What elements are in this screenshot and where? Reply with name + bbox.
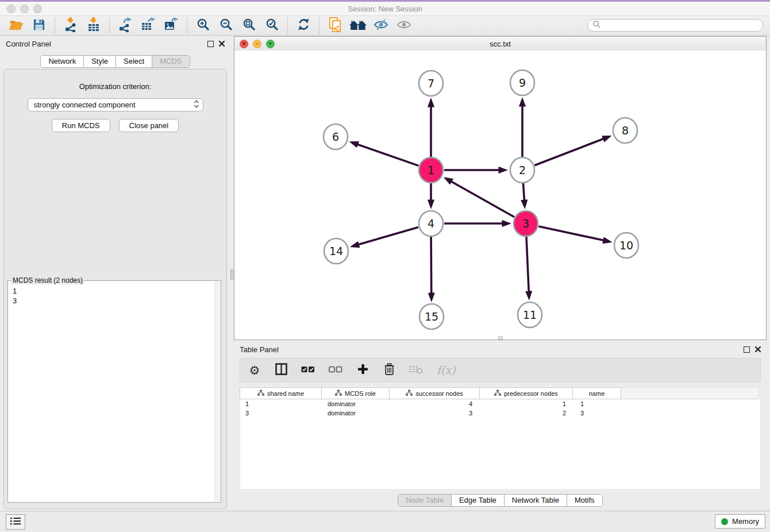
zoom-selected-button[interactable] [260,17,283,34]
column-header-name[interactable]: name [572,387,621,399]
graph-node-label: 1 [428,164,434,176]
graph-node-2[interactable]: 2 [510,157,534,183]
graph-edge-2-3[interactable] [523,183,525,206]
refresh-arrows-icon [297,18,310,33]
graph-node-4[interactable]: 4 [419,211,443,236]
table-cell[interactable]: 2 [482,410,575,417]
add-row-button[interactable] [356,363,369,377]
table-tab-network-table[interactable]: Network Table [505,495,567,506]
table-cell[interactable]: 3 [391,410,482,417]
column-header-label: MCDS role [345,390,376,397]
mcds-result-scrollbar[interactable] [214,282,220,502]
clone-network-button[interactable] [324,17,346,34]
graph-node-9[interactable]: 9 [510,70,534,95]
network-window-titlebar[interactable]: ✕ − + scc.txt [234,37,766,51]
close-panel-button[interactable]: Close panel [119,119,179,132]
import-table-button[interactable] [82,17,105,34]
graph-node-10[interactable]: 10 [614,233,638,258]
deselect-all-button[interactable] [329,363,342,377]
tab-mcds[interactable]: MCDS [152,56,189,67]
run-mcds-button[interactable]: Run MCDS [52,119,110,132]
export-network-button[interactable] [114,17,137,34]
network-canvas[interactable]: 1234678910111415 [234,51,766,340]
table-tab-motifs[interactable]: Motifs [567,495,602,506]
column-header-predecessor-nodes[interactable]: predecessor nodes [479,387,573,399]
column-header-shared-name[interactable]: shared name [240,387,322,399]
frame-maximize-button[interactable]: + [266,40,275,48]
graph-node-14[interactable]: 14 [324,238,348,264]
graph-node-15[interactable]: 15 [419,304,444,329]
task-history-button[interactable] [6,514,25,530]
window-close-button[interactable] [7,5,16,13]
graph-node-1[interactable]: 1 [419,157,443,183]
zoom-in-button[interactable] [191,17,214,34]
table-cell[interactable]: 4 [391,400,482,407]
search-input[interactable] [604,21,758,30]
graph-edge-4-15[interactable] [431,237,432,299]
frame-resize-grip[interactable] [498,336,503,340]
graph-node-6[interactable]: 6 [324,124,348,149]
window-title: Session: New Session [0,5,770,13]
save-session-button[interactable] [28,17,51,34]
table-cell[interactable]: dominator [322,400,391,407]
window-minimize-button[interactable] [20,5,29,13]
table-cell[interactable]: 3 [240,410,322,417]
open-session-button[interactable] [5,17,28,34]
table-tab-edge-table[interactable]: Edge Table [452,495,505,506]
fx-icon: f(x) [437,365,456,376]
window-zoom-button[interactable] [33,5,42,13]
mcds-result-box[interactable]: MCDS result (2 nodes) 13 [7,280,221,503]
delete-table-button[interactable] [409,363,423,377]
hide-selected-button[interactable] [369,17,392,34]
zoom-fit-button[interactable] [237,17,260,34]
column-header-successor-nodes[interactable]: successor nodes [389,387,480,399]
search-box[interactable] [587,19,763,32]
table-cell[interactable]: 1 [575,400,624,407]
export-image-button[interactable] [160,17,183,34]
frame-close-button[interactable]: ✕ [240,40,248,48]
close-table-panel-icon[interactable] [755,345,761,354]
zoom-out-icon [220,18,233,33]
graph-edge-3-11[interactable] [526,237,529,298]
graph-node-7[interactable]: 7 [419,71,443,96]
float-panel-icon[interactable] [207,41,214,47]
graph-edge-2-8[interactable] [535,137,610,165]
first-neighbors-button[interactable] [346,17,369,34]
table-settings-button[interactable]: ⚙ [248,363,261,377]
tab-style[interactable]: Style [84,56,116,67]
apply-layout-button[interactable] [292,17,315,34]
table-row[interactable]: 1dominator411 [240,399,760,408]
table-cell[interactable]: dominator [322,410,391,417]
frame-minimize-button[interactable]: − [253,40,261,48]
import-network-button[interactable] [59,17,82,34]
delete-row-button[interactable] [383,363,395,377]
tab-network[interactable]: Network [41,56,84,67]
column-header-mcds-role[interactable]: MCDS role [321,387,390,399]
apply-function-button[interactable]: f(x) [437,363,456,377]
toolbar-separator [109,18,110,34]
graph-edge-3-1[interactable] [446,179,514,217]
graph-edge-3-10[interactable] [539,226,610,242]
select-all-button[interactable] [301,363,315,377]
zoom-out-button[interactable] [214,17,237,34]
tab-select[interactable]: Select [116,56,152,67]
show-all-button[interactable] [392,17,415,34]
table-cell[interactable]: 3 [575,410,624,417]
memory-button[interactable]: Memory [715,514,765,529]
graph-node-8[interactable]: 8 [613,118,637,143]
close-panel-icon[interactable] [219,40,225,48]
memory-label: Memory [732,517,759,526]
table-row[interactable]: 3dominator323 [240,408,760,418]
table-cell[interactable]: 1 [240,400,322,407]
export-table-icon [141,17,156,34]
table-tab-node-table[interactable]: Node Table [398,495,452,506]
float-table-panel-icon[interactable] [744,346,750,353]
show-columns-button[interactable] [275,363,287,377]
graph-edge-1-6[interactable] [352,142,418,166]
graph-node-3[interactable]: 3 [514,211,538,236]
graph-edge-4-14[interactable] [353,227,418,246]
criterion-dropdown[interactable]: strongly connected component [28,98,203,111]
table-cell[interactable]: 1 [482,400,575,407]
graph-node-11[interactable]: 11 [518,302,542,327]
export-table-button[interactable] [137,17,160,34]
